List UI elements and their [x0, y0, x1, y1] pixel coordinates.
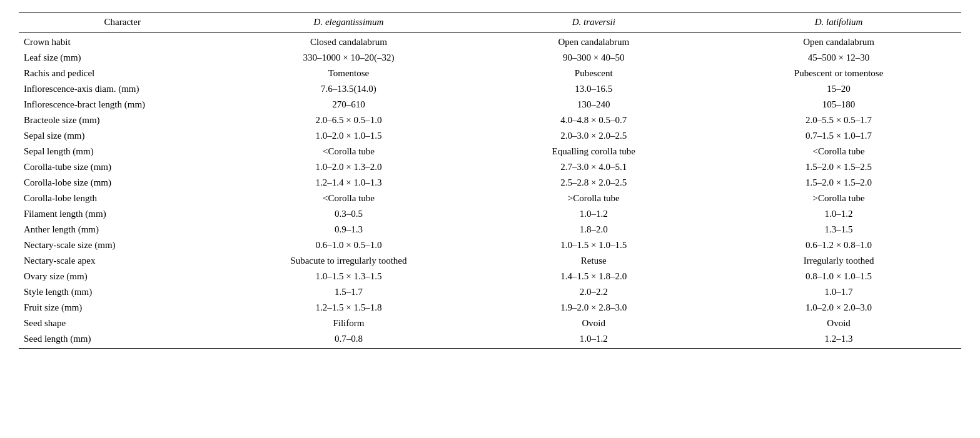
cell-character: Anther length (mm) — [19, 222, 226, 237]
table-row: Bracteole size (mm)2.0–6.5 × 0.5–1.04.0–… — [19, 112, 961, 128]
cell-traversii: Pubescent — [471, 66, 716, 81]
cell-elegantissimum: 0.6–1.0 × 0.5–1.0 — [226, 237, 472, 253]
table-row: Fruit size (mm)1.2–1.5 × 1.5–1.81.9–2.0 … — [19, 300, 961, 316]
cell-character: Nectary-scale size (mm) — [19, 237, 226, 253]
cell-elegantissimum: 1.5–1.7 — [226, 284, 472, 300]
table-row: Rachis and pedicelTomentosePubescentPube… — [19, 66, 961, 81]
cell-traversii: Ovoid — [471, 316, 716, 331]
cell-character: Seed shape — [19, 316, 226, 331]
cell-elegantissimum: 0.3–0.5 — [226, 206, 472, 222]
cell-latifolium: 1.3–1.5 — [716, 222, 961, 237]
cell-elegantissimum: 0.7–0.8 — [226, 331, 472, 349]
cell-latifolium: <Corolla tube — [716, 144, 961, 159]
cell-traversii: 130–240 — [471, 97, 716, 112]
cell-character: Nectary-scale apex — [19, 253, 226, 269]
cell-elegantissimum: 2.0–6.5 × 0.5–1.0 — [226, 112, 472, 128]
table-row: Seed shapeFiliformOvoidOvoid — [19, 316, 961, 331]
cell-elegantissimum: Filiform — [226, 316, 472, 331]
cell-traversii: 1.0–1.2 — [471, 206, 716, 222]
cell-latifolium: 1.5–2.0 × 1.5–2.5 — [716, 159, 961, 175]
table-row: Crown habitClosed candalabrumOpen candal… — [19, 33, 961, 51]
cell-elegantissimum: 1.2–1.5 × 1.5–1.8 — [226, 300, 472, 316]
cell-traversii: Equalling corolla tube — [471, 144, 716, 159]
cell-character: Seed length (mm) — [19, 331, 226, 349]
cell-traversii: 13.0–16.5 — [471, 81, 716, 97]
cell-traversii: 1.0–1.5 × 1.0–1.5 — [471, 237, 716, 253]
cell-latifolium: 1.0–1.7 — [716, 284, 961, 300]
table-row: Style length (mm)1.5–1.72.0–2.21.0–1.7 — [19, 284, 961, 300]
cell-traversii: Retuse — [471, 253, 716, 269]
cell-latifolium: 0.6–1.2 × 0.8–1.0 — [716, 237, 961, 253]
column-header-elegantissimum: D. elegantissimum — [226, 13, 472, 33]
cell-latifolium: Ovoid — [716, 316, 961, 331]
cell-elegantissimum: 1.0–2.0 × 1.0–1.5 — [226, 128, 472, 144]
table-row: Corolla-lobe size (mm)1.2–1.4 × 1.0–1.32… — [19, 175, 961, 191]
cell-elegantissimum: 270–610 — [226, 97, 472, 112]
cell-character: Inflorescence-axis diam. (mm) — [19, 81, 226, 97]
cell-character: Corolla-tube size (mm) — [19, 159, 226, 175]
cell-character: Sepal length (mm) — [19, 144, 226, 159]
cell-latifolium: 1.5–2.0 × 1.5–2.0 — [716, 175, 961, 191]
cell-elegantissimum: Closed candalabrum — [226, 33, 472, 51]
cell-traversii: 2.0–3.0 × 2.0–2.5 — [471, 128, 716, 144]
cell-elegantissimum: 1.0–1.5 × 1.3–1.5 — [226, 269, 472, 284]
cell-latifolium: 2.0–5.5 × 0.5–1.7 — [716, 112, 961, 128]
table-row: Inflorescence-bract length (mm)270–61013… — [19, 97, 961, 112]
cell-elegantissimum: Subacute to irregularly toothed — [226, 253, 472, 269]
cell-character: Sepal size (mm) — [19, 128, 226, 144]
cell-latifolium: 0.8–1.0 × 1.0–1.5 — [716, 269, 961, 284]
column-header-character: Character — [19, 13, 226, 33]
cell-latifolium: >Corolla tube — [716, 191, 961, 206]
table-row: Sepal size (mm)1.0–2.0 × 1.0–1.52.0–3.0 … — [19, 128, 961, 144]
cell-character: Ovary size (mm) — [19, 269, 226, 284]
cell-latifolium: 0.7–1.5 × 1.0–1.7 — [716, 128, 961, 144]
cell-elegantissimum: <Corolla tube — [226, 191, 472, 206]
cell-character: Inflorescence-bract length (mm) — [19, 97, 226, 112]
cell-traversii: 2.5–2.8 × 2.0–2.5 — [471, 175, 716, 191]
cell-elegantissimum: Tomentose — [226, 66, 472, 81]
table-row: Inflorescence-axis diam. (mm)7.6–13.5(14… — [19, 81, 961, 97]
table-row: Nectary-scale size (mm)0.6–1.0 × 0.5–1.0… — [19, 237, 961, 253]
cell-traversii: 1.4–1.5 × 1.8–2.0 — [471, 269, 716, 284]
cell-elegantissimum: <Corolla tube — [226, 144, 472, 159]
cell-elegantissimum: 0.9–1.3 — [226, 222, 472, 237]
column-header-traversii: D. traversii — [471, 13, 716, 33]
cell-elegantissimum: 1.2–1.4 × 1.0–1.3 — [226, 175, 472, 191]
cell-traversii: 2.7–3.0 × 4.0–5.1 — [471, 159, 716, 175]
cell-traversii: >Corolla tube — [471, 191, 716, 206]
cell-latifolium: Irregularly toothed — [716, 253, 961, 269]
cell-character: Bracteole size (mm) — [19, 112, 226, 128]
cell-latifolium: Open candalabrum — [716, 33, 961, 51]
table-row: Filament length (mm)0.3–0.51.0–1.21.0–1.… — [19, 206, 961, 222]
cell-latifolium: 45–500 × 12–30 — [716, 50, 961, 66]
table-row: Sepal length (mm)<Corolla tubeEqualling … — [19, 144, 961, 159]
cell-latifolium: 105–180 — [716, 97, 961, 112]
table-row: Ovary size (mm)1.0–1.5 × 1.3–1.51.4–1.5 … — [19, 269, 961, 284]
cell-elegantissimum: 1.0–2.0 × 1.3–2.0 — [226, 159, 472, 175]
column-header-latifolium: D. latifolium — [716, 13, 961, 33]
table-row: Corolla-tube size (mm)1.0–2.0 × 1.3–2.02… — [19, 159, 961, 175]
table-header: Character D. elegantissimum D. traversii… — [19, 13, 961, 33]
cell-character: Filament length (mm) — [19, 206, 226, 222]
table-row: Corolla-lobe length<Corolla tube>Corolla… — [19, 191, 961, 206]
cell-elegantissimum: 7.6–13.5(14.0) — [226, 81, 472, 97]
cell-latifolium: Pubescent or tomentose — [716, 66, 961, 81]
cell-latifolium: 1.0–1.2 — [716, 206, 961, 222]
table-body: Crown habitClosed candalabrumOpen candal… — [19, 33, 961, 349]
cell-traversii: Open candalabrum — [471, 33, 716, 51]
cell-character: Corolla-lobe size (mm) — [19, 175, 226, 191]
cell-latifolium: 1.2–1.3 — [716, 331, 961, 349]
cell-character: Corolla-lobe length — [19, 191, 226, 206]
table-row: Anther length (mm)0.9–1.31.8–2.01.3–1.5 — [19, 222, 961, 237]
cell-character: Fruit size (mm) — [19, 300, 226, 316]
table-row: Nectary-scale apexSubacute to irregularl… — [19, 253, 961, 269]
table-row: Leaf size (mm)330–1000 × 10–20(–32)90–30… — [19, 50, 961, 66]
cell-character: Leaf size (mm) — [19, 50, 226, 66]
cell-traversii: 2.0–2.2 — [471, 284, 716, 300]
cell-traversii: 1.9–2.0 × 2.8–3.0 — [471, 300, 716, 316]
cell-character: Style length (mm) — [19, 284, 226, 300]
cell-traversii: 4.0–4.8 × 0.5–0.7 — [471, 112, 716, 128]
cell-character: Crown habit — [19, 33, 226, 51]
cell-latifolium: 15–20 — [716, 81, 961, 97]
cell-elegantissimum: 330–1000 × 10–20(–32) — [226, 50, 472, 66]
